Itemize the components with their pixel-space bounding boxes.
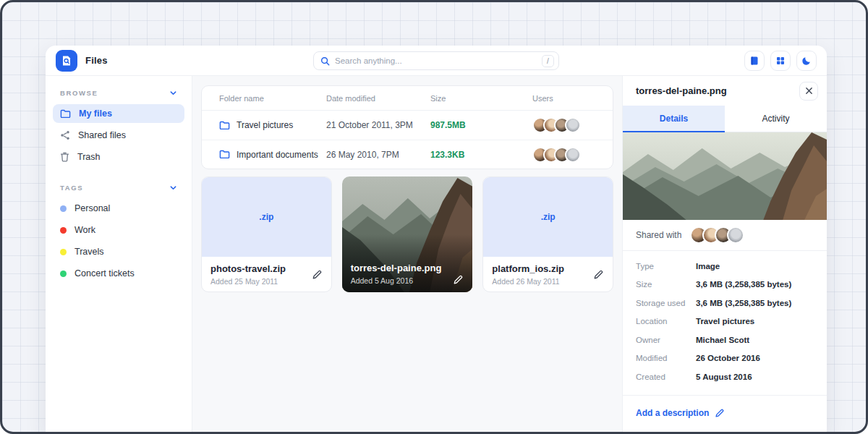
add-description-button[interactable]: Add a description bbox=[636, 408, 725, 418]
app-title: Files bbox=[85, 55, 108, 66]
avatar bbox=[565, 117, 581, 133]
sidebar-item-shared-files[interactable]: Shared files bbox=[53, 126, 184, 145]
zip-badge: .zip bbox=[541, 212, 556, 222]
close-icon bbox=[805, 87, 813, 95]
property-type: Type Image bbox=[636, 257, 814, 276]
search-bar[interactable]: / bbox=[313, 51, 559, 70]
chevron-down-icon[interactable] bbox=[169, 184, 177, 192]
trash-icon bbox=[60, 152, 69, 162]
property-modified: Modified 26 October 2016 bbox=[636, 349, 814, 368]
folders-table: Folder name Date modified Size Users Tra… bbox=[201, 85, 613, 169]
tag-color-dot bbox=[60, 249, 67, 255]
tag-item-work[interactable]: Work bbox=[53, 221, 184, 239]
tag-label: Travels bbox=[75, 247, 104, 257]
file-card-platform-ios[interactable]: .zip platform_ios.zip Added 26 May 2011 bbox=[482, 176, 613, 292]
notebook-icon bbox=[749, 56, 760, 66]
zip-badge: .zip bbox=[259, 212, 273, 222]
files-app-window: Files / bbox=[46, 46, 827, 434]
search-icon bbox=[320, 56, 330, 66]
tags-section-label: TAGS bbox=[60, 184, 83, 192]
image-preview bbox=[623, 132, 827, 220]
grid-view-button[interactable] bbox=[770, 51, 791, 71]
file-added-date: Added 25 May 2011 bbox=[210, 277, 286, 286]
column-header-users: Users bbox=[532, 94, 595, 103]
avatar bbox=[727, 226, 744, 244]
rename-button[interactable] bbox=[312, 269, 323, 280]
tag-color-dot bbox=[60, 205, 67, 212]
details-panel: torres-del-paine.png Details Activity bbox=[622, 76, 827, 434]
file-added-date: Added 26 May 2011 bbox=[492, 277, 564, 286]
folder-size: 123.3KB bbox=[430, 150, 464, 160]
tags-section-header[interactable]: TAGS bbox=[53, 182, 184, 199]
dark-mode-button[interactable] bbox=[796, 51, 817, 71]
zip-thumbnail: .zip bbox=[202, 177, 331, 257]
sidebar-item-my-files[interactable]: My files bbox=[53, 104, 184, 123]
tab-details[interactable]: Details bbox=[623, 106, 725, 132]
desktop-background: Files / bbox=[0, 0, 868, 434]
shared-with-row: Shared with bbox=[623, 220, 827, 251]
date-modified: 21 October 2011, 3PM bbox=[326, 120, 430, 130]
file-cards: .zip photos-travel.zip Added 25 May 2011 bbox=[201, 176, 613, 292]
rename-button[interactable] bbox=[593, 269, 604, 280]
column-header-folder-name: Folder name bbox=[219, 94, 326, 103]
file-name: platform_ios.zip bbox=[492, 263, 564, 274]
property-location: Location Travel pictures bbox=[636, 312, 814, 331]
column-header-size: Size bbox=[430, 94, 532, 103]
pencil-icon bbox=[453, 274, 464, 285]
shared-avatars bbox=[690, 226, 744, 244]
property-storage-used: Storage used 3,6 MB (3,258,385 bytes) bbox=[636, 294, 814, 312]
tab-activity[interactable]: Activity bbox=[725, 106, 827, 132]
file-card-torres-del-paine[interactable]: torres-del-paine.png Added 5 Aug 2016 bbox=[342, 176, 473, 292]
mountain-photo-preview bbox=[623, 132, 827, 220]
property-size: Size 3,6 MB (3,258,385 bytes) bbox=[636, 276, 814, 294]
topbar: Files / bbox=[46, 46, 827, 76]
rename-button[interactable] bbox=[453, 274, 464, 285]
sidebar-item-label: My files bbox=[79, 109, 112, 119]
close-details-button[interactable] bbox=[799, 82, 818, 101]
notebook-button[interactable] bbox=[744, 51, 765, 71]
details-file-title: torres-del-paine.png bbox=[636, 85, 727, 96]
tag-color-dot bbox=[60, 227, 67, 234]
folder-name: Important documents bbox=[237, 150, 318, 160]
file-added-date: Added 5 Aug 2016 bbox=[351, 276, 442, 285]
grid-icon bbox=[775, 56, 786, 66]
folder-icon bbox=[60, 109, 71, 119]
search-shortcut-badge: / bbox=[542, 55, 554, 67]
details-tabs: Details Activity bbox=[623, 106, 827, 132]
tag-label: Personal bbox=[75, 203, 110, 213]
pencil-icon bbox=[593, 269, 604, 280]
tag-label: Work bbox=[75, 225, 95, 235]
app-logo-icon bbox=[56, 50, 77, 72]
search-input[interactable] bbox=[335, 56, 542, 65]
column-header-date-modified: Date modified bbox=[326, 94, 430, 103]
property-created: Created 5 August 2016 bbox=[636, 367, 814, 386]
details-footer: Add a description bbox=[623, 395, 827, 429]
user-avatars bbox=[532, 147, 595, 163]
folder-name: Travel pictures bbox=[237, 120, 293, 130]
browse-section-header[interactable]: BROWSE bbox=[53, 88, 184, 104]
tag-item-travels[interactable]: Travels bbox=[53, 242, 184, 261]
table-row[interactable]: Important documents 26 May 2010, 7PM 123… bbox=[202, 140, 613, 169]
sidebar-item-trash[interactable]: Trash bbox=[53, 148, 184, 166]
file-card-photos-travel[interactable]: .zip photos-travel.zip Added 25 May 2011 bbox=[201, 176, 332, 292]
date-modified: 26 May 2010, 7PM bbox=[326, 150, 430, 160]
moon-icon bbox=[801, 56, 812, 66]
topbar-actions bbox=[744, 51, 817, 71]
property-owner: Owner Michael Scott bbox=[636, 331, 814, 349]
folder-icon bbox=[219, 150, 230, 159]
folder-size: 987.5MB bbox=[430, 120, 466, 130]
zip-thumbnail: .zip bbox=[483, 177, 613, 257]
share-icon bbox=[60, 130, 70, 140]
tag-color-dot bbox=[60, 271, 67, 277]
tag-item-personal[interactable]: Personal bbox=[53, 199, 184, 218]
folder-icon bbox=[219, 121, 230, 130]
tag-item-concert-tickets[interactable]: Concert tickets bbox=[53, 264, 184, 283]
tags-section: TAGS Personal Work bbox=[53, 182, 184, 283]
file-properties: Type Image Size 3,6 MB (3,258,385 bytes)… bbox=[623, 251, 827, 395]
sidebar-item-label: Trash bbox=[77, 152, 101, 162]
avatar bbox=[565, 147, 581, 163]
table-row[interactable]: Travel pictures 21 October 2011, 3PM 987… bbox=[202, 111, 613, 140]
browse-section-label: BROWSE bbox=[60, 89, 98, 97]
user-avatars bbox=[532, 117, 595, 133]
chevron-down-icon[interactable] bbox=[169, 89, 177, 97]
